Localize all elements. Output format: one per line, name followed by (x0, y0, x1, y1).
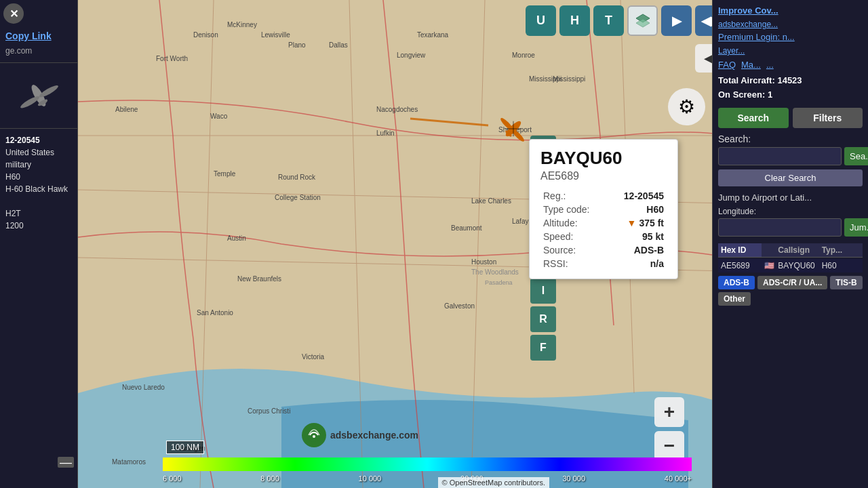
svg-text:Monroe: Monroe (512, 52, 535, 59)
close-icon: ✕ (9, 7, 18, 20)
th-hex-id[interactable]: Hex ID (718, 243, 762, 257)
td-type: H60 (819, 259, 863, 272)
svg-text:Longview: Longview (397, 52, 426, 59)
domain-text: ge.com (0, 45, 77, 57)
adsc-tag[interactable]: ADS-C/R / UA... (757, 276, 827, 289)
left-category: military (0, 159, 77, 171)
layer-link[interactable]: Layer... (718, 46, 863, 56)
svg-text:Lufkin: Lufkin (376, 129, 395, 137)
popup-source-value: ADS-B (614, 243, 667, 257)
improve-coverage-link[interactable]: Improve Cov... (718, 5, 863, 17)
other-tag[interactable]: Other (718, 292, 751, 306)
clear-search-button[interactable]: Clear Search (718, 169, 863, 186)
svg-point-1 (19, 94, 41, 110)
color-bar-labels: 6 000 8 000 10 000 20 000 30 000 40 000+ (163, 474, 692, 483)
zoom-out-button[interactable]: − (654, 431, 684, 461)
map-link[interactable]: Ma... (741, 60, 761, 70)
svg-marker-49 (636, 19, 650, 27)
jump-button[interactable]: Jum... (844, 218, 868, 237)
layer-button[interactable] (627, 5, 658, 36)
gear-icon: ⚙ (678, 96, 695, 118)
svg-text:Mississippi: Mississippi (553, 75, 585, 83)
t-button[interactable]: T (593, 5, 624, 36)
popup-source-row: Source: ADS-B (540, 243, 667, 257)
nav-links: FAQ Ma... ... (718, 60, 863, 70)
copy-link[interactable]: Copy Link (0, 27, 77, 45)
svg-text:Houston: Houston (471, 258, 496, 266)
longitude-label: Longitude: (718, 207, 863, 216)
source-tags: ADS-B ADS-C/R / UA... TIS-B Other (718, 276, 863, 306)
h-button[interactable]: H (559, 5, 590, 36)
svg-point-57 (313, 435, 315, 438)
search-go-button[interactable]: Sea... (844, 147, 868, 165)
arrow-right-button[interactable]: ▶ (661, 5, 692, 36)
side-nav-i[interactable]: I (530, 278, 556, 304)
svg-text:Austin: Austin (227, 235, 246, 242)
on-screen-label: On Screen: (718, 89, 765, 100)
jump-input[interactable] (718, 218, 842, 237)
arrow-lr-button[interactable]: ◀▶ (695, 5, 712, 36)
back-button[interactable]: ◀ (695, 44, 712, 73)
distance-indicator: 100 NM (166, 441, 204, 454)
popup-alt-label: Altitude: (540, 216, 614, 230)
popup-type-value: H60 (614, 203, 667, 216)
svg-text:Texarkana: Texarkana (417, 31, 449, 39)
side-nav-f[interactable]: F (530, 335, 556, 361)
zoom-in-button[interactable]: + (654, 397, 684, 427)
svg-text:Fort Worth: Fort Worth (156, 55, 188, 62)
popup-speed-row: Speed: 95 kt (540, 230, 667, 243)
search-button[interactable]: Search (718, 108, 789, 128)
table-row[interactable]: AE5689 🇺🇸 BAYQU60 H60 (718, 259, 863, 272)
aircraft-icon-left (0, 68, 77, 123)
svg-text:Denison: Denison (193, 31, 218, 39)
total-aircraft-label: Total Aircraft: (718, 75, 775, 85)
close-button[interactable]: ✕ (3, 3, 24, 24)
popup-reg-label: Reg.: (540, 189, 614, 203)
adsb-logo: adsbexchange.com (302, 423, 418, 447)
label-6000: 6 000 (163, 474, 182, 483)
logo-svg (306, 427, 322, 443)
faq-link[interactable]: FAQ (718, 60, 736, 70)
popup-type-label: Type code: (540, 203, 614, 216)
svg-point-2 (38, 83, 59, 99)
altitude-color-bar (163, 458, 692, 471)
svg-text:Beaumont: Beaumont (451, 224, 482, 232)
flight-popup: BAYQU60 AE5689 Reg.: 12-20545 Type code:… (529, 139, 678, 279)
search-input[interactable] (718, 147, 842, 165)
label-10000: 10 000 (359, 474, 382, 483)
osm-credit: © OpenStreetMap contributors. (438, 477, 549, 488)
left-model: H-60 Black Hawk (0, 183, 77, 195)
adsb-tag[interactable]: ADS-B (718, 276, 755, 289)
popup-reg-value: 12-20545 (614, 189, 667, 203)
divider2 (0, 128, 77, 129)
settings-button[interactable]: ⚙ (668, 88, 705, 125)
search-input-row: Sea... (718, 147, 863, 165)
td-flag: 🇺🇸 (762, 259, 775, 272)
layer-icon (635, 13, 651, 29)
svg-text:Lake Charles: Lake Charles (471, 197, 511, 205)
popup-rssi-label: RSSI: (540, 257, 614, 270)
th-callsign[interactable]: Callsign (775, 243, 818, 257)
svg-text:New Braunfels: New Braunfels (237, 275, 281, 283)
th-flag (762, 243, 775, 257)
th-type[interactable]: Typ... (819, 243, 863, 257)
filters-button[interactable]: Filters (793, 108, 863, 128)
svg-text:The Woodlands: The Woodlands (471, 268, 519, 276)
more-link[interactable]: ... (766, 60, 774, 70)
alt-value-text: 375 ft (639, 218, 664, 228)
table-header: Hex ID Callsign Typ... (718, 243, 863, 258)
side-nav-r[interactable]: R (530, 306, 556, 332)
popup-speed-value: 95 kt (614, 230, 667, 243)
adsbexchange-link[interactable]: adsbexchange... (718, 20, 863, 29)
svg-text:Nuevo Laredo: Nuevo Laredo (122, 384, 165, 391)
aircraft-marker[interactable] (498, 114, 529, 147)
popup-info-table: Reg.: 12-20545 Type code: H60 Altitude: … (540, 189, 667, 270)
u-button[interactable]: U (526, 5, 556, 36)
back-icon: ◀ (704, 49, 713, 67)
map-area[interactable]: Denison McKinney Lewisville Plano Dallas… (78, 0, 712, 488)
svg-text:Waco: Waco (210, 113, 228, 120)
premium-login-link[interactable]: Premium Login: n... (718, 30, 863, 44)
popup-alt-value: ▼375 ft (614, 216, 667, 230)
tisb-tag[interactable]: TIS-B (830, 276, 862, 289)
minus-button[interactable]: — (58, 457, 74, 468)
